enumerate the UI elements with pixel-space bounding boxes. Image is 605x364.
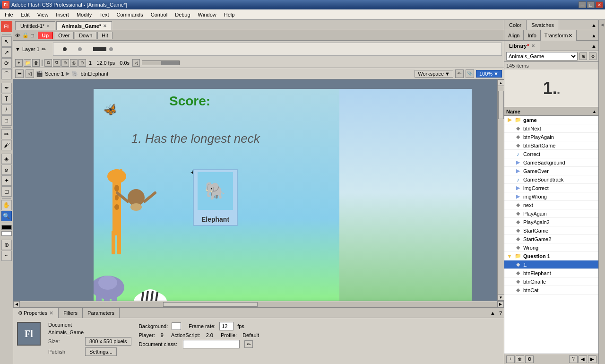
layer-pencil-icon[interactable]: ✏ [42, 46, 46, 52]
eraser-tool[interactable]: ◻ [1, 186, 12, 197]
lib-item-1[interactable]: ◆ 1. [504, 260, 598, 269]
lib-delete-btn[interactable]: 🗑 [516, 355, 524, 363]
state-btn-over[interactable]: Over [54, 32, 74, 39]
stroke-color[interactable] [1, 225, 12, 230]
tl-add-layer[interactable]: + [15, 59, 23, 67]
settings-btn[interactable]: Settings... [85, 347, 117, 356]
library-new-lib-btn[interactable]: ⊕ [579, 52, 587, 60]
layer-expand-icon[interactable]: ▼ [15, 46, 20, 52]
ink-bottle-tool[interactable]: ⌀ [1, 165, 12, 175]
lib-item-question1[interactable]: ▼ 📁 Question 1 [504, 252, 598, 260]
snap-to-objects[interactable]: ⊕ [1, 240, 12, 250]
vscroll-down-btn[interactable]: ▼ [498, 294, 504, 301]
zoom-control[interactable]: 100% ▼ [476, 70, 502, 78]
tab-info[interactable]: Info [524, 30, 540, 41]
menu-control[interactable]: Control [147, 9, 171, 20]
lib-item-game[interactable]: ▶ 📁 game [504, 116, 598, 124]
tab-untitled[interactable]: Untitled-1* ✕ [15, 21, 55, 30]
hscroll-left-btn[interactable]: ◀ [13, 301, 20, 308]
lib-scroll-left-btn[interactable]: ◀ [579, 355, 587, 363]
lib-item-btngiraffe[interactable]: ◆ btnGiraffe [504, 277, 598, 286]
menu-view[interactable]: View [34, 9, 52, 20]
close-untitled-icon[interactable]: ✕ [46, 24, 50, 28]
tab-filters[interactable]: Filters [59, 308, 83, 318]
restore-btn[interactable]: □ [587, 1, 595, 8]
tab-align[interactable]: Align [504, 30, 524, 41]
timeline-outline-icon[interactable]: □ [31, 33, 34, 38]
minimize-btn[interactable]: ─ [579, 1, 586, 8]
props-panel-help[interactable]: ? [497, 308, 504, 318]
menu-modify[interactable]: Modify [73, 9, 95, 20]
fill-color[interactable] [1, 231, 12, 236]
menu-commands[interactable]: Commands [112, 9, 147, 20]
state-btn-down[interactable]: Down [75, 32, 96, 39]
lib-item-gamesoundtrack[interactable]: ♪ GameSoundtrack [504, 175, 598, 184]
tab-properties[interactable]: ⚙ Properties ✕ [13, 308, 59, 318]
tl-add-folder[interactable]: 📁 [24, 59, 31, 67]
close-animals-icon[interactable]: ✕ [103, 24, 107, 28]
lib-item-btnstartgame[interactable]: ◆ btnStartGame [504, 141, 598, 150]
right-panel-collapse[interactable]: ▲ [589, 20, 598, 30]
lib-props-btn[interactable]: ⚙ [525, 355, 534, 363]
hscroll-thumb[interactable] [163, 302, 258, 307]
breadcrumb-scene[interactable]: Scene 1 [45, 71, 64, 77]
tl-prev-btn[interactable]: ◁ [132, 59, 140, 67]
lib-scroll-right-btn[interactable]: ▶ [588, 355, 596, 363]
menu-window[interactable]: Window [194, 9, 220, 20]
lib-item-next[interactable]: ◆ next [504, 201, 598, 209]
workspace-dropdown[interactable]: Workspace ▼ [415, 70, 453, 78]
library-list[interactable]: ▶ 📁 game ◆ btnNext ◆ btnPlayAgain ◆ [504, 116, 598, 354]
tab-color[interactable]: Color [504, 20, 527, 30]
line-tool[interactable]: / [1, 104, 12, 115]
hscroll-track[interactable] [20, 302, 497, 307]
lib-item-gameover[interactable]: ▶ GameOver [504, 167, 598, 175]
lib-item-imgwrong[interactable]: ▶ imgWrong [504, 192, 598, 201]
subselect-tool[interactable]: ↗ [1, 47, 12, 58]
menu-text[interactable]: Text [95, 9, 112, 20]
tl-copy-frames[interactable]: ⧉ [44, 59, 52, 67]
shape-tool[interactable]: □ [1, 115, 12, 126]
lib-item-gamebg[interactable]: ▶ GameBackground [504, 158, 598, 167]
fill-tool[interactable]: ◈ [1, 154, 12, 164]
right-mid-collapse[interactable]: ▲ [589, 30, 598, 40]
menu-help[interactable]: Help [220, 9, 239, 20]
lib-item-playagain2[interactable]: ◆ PlayAgain2 [504, 218, 598, 226]
props-panel-collapse[interactable]: ▲ [488, 308, 497, 318]
brush-tool[interactable]: 🖌 [1, 140, 12, 150]
lib-item-imgcorrect[interactable]: ▶ imgCorrect [504, 184, 598, 192]
transform-tool[interactable]: ⟳ [1, 58, 12, 69]
right-edge-collapse-btn[interactable]: ◀ [599, 22, 605, 27]
close-library-icon[interactable]: ✕ [531, 43, 535, 48]
menu-insert[interactable]: Insert [52, 9, 73, 20]
tl-center[interactable]: ⊕ [61, 59, 69, 67]
breadcrumb-symbol[interactable]: btnElephant [80, 71, 108, 77]
tl-onion-skin[interactable]: ◎ [70, 59, 78, 67]
scene-back-btn[interactable]: ◁ [26, 69, 34, 78]
eyedropper-tool[interactable]: ✦ [1, 175, 12, 186]
zoom-tool[interactable]: 🔍 [1, 211, 12, 221]
stage[interactable]: 🦋 Score: 1. Has the longest neck + 🐘 Ele… [94, 89, 472, 301]
lib-sort-icon[interactable]: ▲ [592, 109, 596, 114]
lasso-tool[interactable]: ⌒ [1, 69, 12, 79]
hscroll-right-btn[interactable]: ▶ [497, 301, 504, 308]
edit-symbols-btn[interactable]: ✏ [455, 69, 464, 78]
tl-delete-layer[interactable]: 🗑 [32, 59, 40, 67]
smooth-btn[interactable]: ~ [1, 251, 12, 261]
timeline-eye-icon[interactable]: 👁 [15, 33, 20, 38]
lib-bottom-help-btn[interactable]: ? [569, 355, 578, 363]
tab-library[interactable]: Library * ✕ [504, 41, 540, 51]
state-btn-up[interactable]: Up [38, 32, 53, 39]
lib-item-playagain[interactable]: ◆ PlayAgain [504, 209, 598, 218]
tl-paste-frames[interactable]: ⧉ [53, 59, 60, 67]
scene-options-btn[interactable]: ☰ [15, 69, 24, 78]
menu-file[interactable]: File [1, 9, 17, 20]
hand-tool[interactable]: ✋ [1, 200, 12, 210]
tab-animals-game[interactable]: Animals_Game* ✕ [56, 21, 112, 30]
doc-class-edit-btn[interactable]: ✏ [244, 340, 253, 348]
frame-rate-input[interactable] [219, 322, 233, 330]
lib-item-btnelephant[interactable]: ◆ btnElephant [504, 269, 598, 277]
pen-tool[interactable]: ✒ [1, 83, 12, 93]
lib-item-btnnext[interactable]: ◆ btnNext [504, 124, 598, 133]
library-dropdown[interactable]: Animals_Game [506, 52, 578, 61]
tl-onion-outline[interactable]: ⊙ [78, 59, 86, 67]
